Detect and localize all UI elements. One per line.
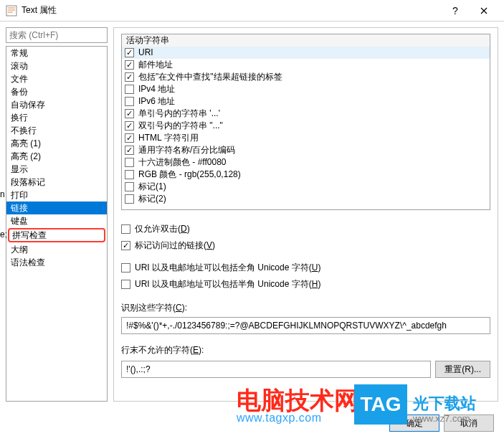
checkbox-icon[interactable] [125,60,134,70]
checklist-item[interactable]: 通用字符名称/百分比编码 [122,144,490,156]
search-input[interactable] [6,27,108,43]
checkbox-icon[interactable] [125,146,134,155]
left-column: 常规滚动文件备份自动保存换行不换行高亮 (1)高亮 (2)显示段落标记打印链接键… [6,27,108,402]
checklist-item[interactable]: HTML 字符引用 [122,132,490,144]
nav-item[interactable]: 文件 [6,72,107,85]
nav-item[interactable]: 语法检查 [6,256,107,269]
checkbox-icon[interactable] [121,224,130,234]
recognize-input[interactable] [121,317,490,334]
settings-panel: 活动字符串URI邮件地址包括"在文件中查找"结果超链接的标签IPv4 地址IPv… [113,27,498,402]
checklist-item-label: 单引号内的字符串 '...' [138,108,220,120]
svg-rect-0 [6,6,16,16]
nav-item[interactable]: 显示 [6,163,107,176]
checkbox-icon[interactable] [125,182,134,191]
nav-item[interactable]: 键盘 [6,214,107,227]
checklist[interactable]: 活动字符串URI邮件地址包括"在文件中查找"结果超链接的标签IPv4 地址IPv… [121,34,490,210]
footer-buttons: 确定 取消 [389,414,494,432]
checkbox-icon[interactable] [125,194,134,204]
nav-item[interactable]: 大纲 [6,243,107,256]
nav-item[interactable]: 高亮 (1) [6,137,107,150]
nav-item[interactable]: 备份 [6,85,107,98]
checklist-item[interactable]: IPv6 地址 [122,95,490,108]
checklist-item-label: RGB 颜色 - rgb(255,0,128) [138,169,241,181]
checklist-heading: 活动字符串 [122,34,490,47]
checklist-item[interactable]: RGB 颜色 - rgb(255,0,128) [122,169,490,181]
opt-visited[interactable]: 标记访问过的链接(V) [121,240,490,252]
nav-item[interactable]: 段落标记 [6,176,107,189]
checklist-item-label: 标记(2) [138,193,166,205]
disallow-input[interactable] [121,361,431,378]
checkbox-icon[interactable] [121,280,130,289]
nav-item[interactable]: 不换行 [6,124,107,137]
checklist-item[interactable]: IPv4 地址 [122,83,490,95]
nav-item[interactable]: 滚动 [6,60,107,72]
checkbox-icon[interactable] [125,170,134,179]
checkbox-icon[interactable] [125,97,134,106]
checkbox-icon[interactable] [125,133,134,143]
checklist-item[interactable]: 邮件地址 [122,59,490,71]
checkbox-icon[interactable] [125,121,134,131]
checklist-item[interactable]: 单引号内的字符串 '...' [122,108,490,120]
checklist-item[interactable]: 标记(2) [122,193,490,205]
checklist-item-label: 双引号内的字符串 "..." [138,120,223,132]
edge-chars: ne; [0,189,7,240]
opt-dblclick-label: 仅允许双击(D) [135,223,190,235]
checklist-item-label: URI [138,47,153,59]
checklist-item[interactable]: 包括"在文件中查找"结果超链接的标签 [122,71,490,83]
nav-item[interactable]: 自动保存 [6,98,107,111]
recognize-label: 识别这些字符(C): [121,302,490,314]
checklist-item-label: 包括"在文件中查找"结果超链接的标签 [138,71,282,83]
checklist-item[interactable]: 双引号内的字符串 "..." [122,120,490,132]
checklist-item-label: 十六进制颜色 - #ff0080 [138,156,226,169]
opt-fullwidth-label: URI 以及电邮地址可以包括全角 Unicode 字符(U) [135,262,320,274]
checklist-item[interactable]: URI [122,47,490,59]
options-group: 仅允许双击(D) 标记访问过的链接(V) URI 以及电邮地址可以包括全角 Un… [121,219,490,295]
opt-halfwidth-label: URI 以及电邮地址可以包括半角 Unicode 字符(H) [135,278,320,290]
opt-halfwidth[interactable]: URI 以及电邮地址可以包括半角 Unicode 字符(H) [121,278,490,290]
ok-button[interactable]: 确定 [389,414,439,432]
checkbox-icon[interactable] [121,241,130,250]
checkbox-icon[interactable] [125,48,134,57]
nav-item[interactable]: 打印 [6,189,107,202]
checkbox-icon[interactable] [125,85,134,94]
checkbox-icon[interactable] [125,72,134,82]
nav-item[interactable]: 拼写检查 [8,228,105,242]
help-button[interactable]: ? [441,1,470,21]
checklist-item-label: 通用字符名称/百分比编码 [138,144,235,156]
checkbox-icon[interactable] [121,263,130,272]
checklist-item-label: 标记(1) [138,181,166,193]
checklist-item-label: IPv4 地址 [138,83,175,95]
nav-item[interactable]: 换行 [6,111,107,124]
reset-button[interactable]: 重置(R)... [435,361,490,378]
app-icon [6,5,17,16]
nav-item[interactable]: 链接 [6,202,107,214]
close-button[interactable] [470,1,498,21]
nav-list[interactable]: 常规滚动文件备份自动保存换行不换行高亮 (1)高亮 (2)显示段落标记打印链接键… [6,46,108,402]
disallow-label: 行末不允许的字符(E): [121,344,490,356]
checkbox-icon[interactable] [125,109,134,118]
cancel-button[interactable]: 取消 [444,414,494,432]
checkbox-icon[interactable] [125,158,134,167]
checklist-item-label: IPv6 地址 [138,95,175,108]
nav-item[interactable]: 高亮 (2) [6,150,107,163]
titlebar: Text 属性 ? [0,0,504,22]
window-title: Text 属性 [22,4,441,16]
checklist-item[interactable]: 标记(1) [122,181,490,193]
opt-fullwidth[interactable]: URI 以及电邮地址可以包括全角 Unicode 字符(U) [121,262,490,274]
checklist-item-label: HTML 字符引用 [138,132,199,144]
nav-item[interactable]: 常规 [6,47,107,60]
checklist-item[interactable]: 十六进制颜色 - #ff0080 [122,156,490,169]
watermark-url-1: www.tagxp.com [237,412,322,425]
opt-visited-label: 标记访问过的链接(V) [135,240,215,252]
opt-dblclick[interactable]: 仅允许双击(D) [121,223,490,235]
body-area: 常规滚动文件备份自动保存换行不换行高亮 (1)高亮 (2)显示段落标记打印链接键… [0,22,504,407]
checklist-item-label: 邮件地址 [138,59,173,71]
